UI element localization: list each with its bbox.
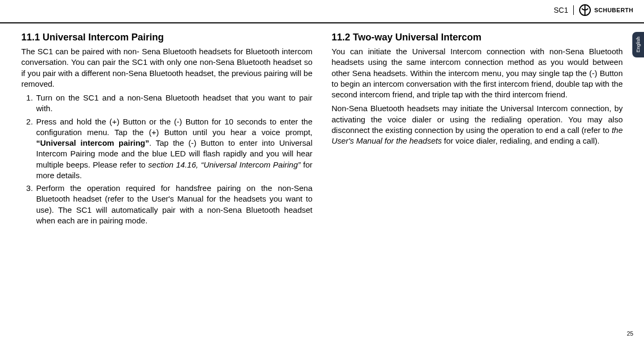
section-heading-11-2: 11.2 Two-way Universal Intercom [332,32,623,43]
steps-list: Turn on the SC1 and a non-Sena Bluetooth… [21,93,313,226]
intro-paragraph: The SC1 can be paired with non- Sena Blu… [21,46,313,89]
step-2: Press and hold the (+) Button or the (-)… [35,116,313,181]
model-label: SC1 [554,6,568,14]
left-column: 11.1 Universal Intercom Pairing The SC1 … [21,32,313,326]
page-number: 25 [627,330,633,337]
schuberth-icon [579,4,591,16]
paragraph-1: You can initiate the Universal Intercom … [332,46,623,100]
page: SC1 SCHUBERTH English 11.1 Universal Int… [0,0,644,342]
page-header: SC1 SCHUBERTH [0,0,644,23]
section-heading-11-1: 11.1 Universal Intercom Pairing [21,32,313,43]
language-label: English [635,37,641,53]
header-right: SC1 SCHUBERTH [554,4,633,16]
paragraph-2: Non-Sena Bluetooth headsets may initiate… [332,103,623,146]
language-tab[interactable]: English [632,32,644,57]
right-column: 11.2 Two-way Universal Intercom You can … [332,32,623,326]
brand-text: SCHUBERTH [594,7,633,13]
step-1: Turn on the SC1 and a non-Sena Bluetooth… [35,93,313,114]
content-area: 11.1 Universal Intercom Pairing The SC1 … [21,32,623,326]
header-divider [573,5,574,15]
brand-logo: SCHUBERTH [579,4,633,16]
step-3: Perform the operation required for hands… [35,183,313,226]
